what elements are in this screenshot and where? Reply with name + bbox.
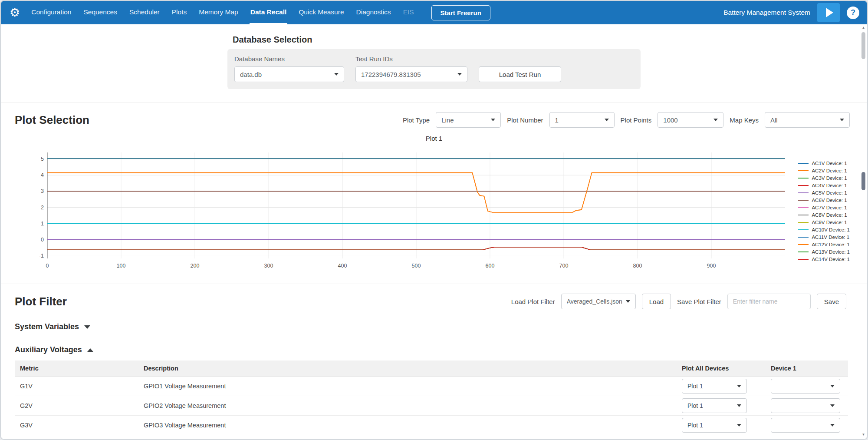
plot-all-cell: Plot 1 — [677, 416, 766, 435]
header-metric: Metric — [15, 361, 138, 377]
load-plot-filter-select[interactable]: Averaged_Cells.json — [561, 294, 636, 309]
legend-item[interactable]: AC5V Device: 1 — [798, 189, 850, 196]
plot-all-devices-select[interactable]: Plot 1 — [682, 418, 747, 433]
load-filter-button[interactable]: Load — [642, 294, 671, 309]
plot-number-select[interactable]: 1 — [549, 112, 615, 128]
legend-item[interactable]: AC8V Device: 1 — [798, 211, 850, 218]
filter-name-input[interactable] — [727, 294, 811, 309]
legend-item[interactable]: AC3V Device: 1 — [798, 174, 850, 182]
legend-swatch-icon — [798, 222, 809, 223]
scroll-up-icon[interactable]: ▲ — [861, 25, 866, 30]
plot-all-devices-select[interactable]: Plot 1 — [682, 379, 747, 394]
chevron-down-icon — [830, 424, 835, 427]
select-value: 1722394679.831305 — [361, 71, 421, 78]
nav-item-sequences[interactable]: Sequences — [82, 1, 118, 24]
top-bar: ⚙ Configuration Sequences Scheduler Plot… — [1, 1, 867, 24]
plot-selection-header: Plot Selection Plot Type Line Plot Numbe… — [1, 103, 867, 128]
help-icon[interactable]: ? — [847, 7, 859, 19]
plot-all-devices-select[interactable]: Plot 1 — [682, 398, 747, 413]
legend-item[interactable]: AC2V Device: 1 — [798, 167, 850, 174]
chevron-down-icon — [737, 404, 741, 407]
legend-swatch-icon — [798, 207, 809, 208]
legend-item[interactable]: AC13V Device: 1 — [798, 248, 850, 255]
system-variables-toggle[interactable]: System Variables — [1, 322, 867, 331]
header-device-1: Device 1 — [766, 361, 848, 377]
chevron-up-icon — [87, 348, 93, 352]
nav-item-quick-measure[interactable]: Quick Measure — [298, 1, 345, 24]
legend-item[interactable]: AC10V Device: 1 — [798, 226, 850, 233]
svg-text:400: 400 — [338, 263, 347, 269]
plot-1-panel: Plot 1 -10123450100200300400500600700800… — [15, 135, 853, 272]
map-keys-select[interactable]: All — [765, 112, 850, 128]
legend-swatch-icon — [798, 237, 809, 238]
database-names-select[interactable]: data.db — [234, 66, 344, 82]
legend-label: AC9V Device: 1 — [812, 220, 847, 225]
metric-cell: G1V — [15, 377, 138, 396]
legend-item[interactable]: AC7V Device: 1 — [798, 204, 850, 211]
map-keys-label: Map Keys — [730, 116, 759, 124]
chevron-down-icon — [605, 119, 609, 121]
gear-icon[interactable]: ⚙ — [10, 7, 20, 19]
plot-points-select[interactable]: 1000 — [658, 112, 723, 128]
save-filter-button[interactable]: Save — [817, 294, 846, 309]
load-test-run-button[interactable]: Load Test Run — [479, 66, 561, 82]
load-plot-filter-label: Load Plot Filter — [511, 298, 555, 305]
start-freerun-button[interactable]: Start Freerun — [431, 5, 490, 20]
legend-label: AC2V Device: 1 — [812, 168, 847, 173]
legend-item[interactable]: AC9V Device: 1 — [798, 218, 850, 226]
plot-selection-controls: Plot Type Line Plot Number 1 Plot Points… — [403, 112, 850, 128]
select-value: Plot 1 — [687, 422, 703, 429]
chart-title: Plot 1 — [15, 135, 853, 142]
nav-item-diagnostics[interactable]: Diagnostics — [355, 1, 392, 24]
page-scrollbar[interactable]: ▲ ▼ — [861, 25, 866, 437]
database-names-field: Database Names data.db — [234, 55, 344, 82]
legend-label: AC10V Device: 1 — [812, 227, 850, 232]
svg-text:4: 4 — [41, 172, 44, 178]
nav-item-configuration[interactable]: Configuration — [30, 1, 72, 24]
svg-text:0: 0 — [41, 237, 44, 243]
plot-number-label: Plot Number — [507, 116, 543, 124]
legend-label: AC7V Device: 1 — [812, 205, 847, 210]
legend-swatch-icon — [798, 244, 809, 245]
svg-text:300: 300 — [264, 263, 273, 269]
legend-item[interactable]: AC6V Device: 1 — [798, 196, 850, 204]
legend-item[interactable]: AC14V Device: 1 — [798, 255, 850, 263]
table-row: G3V GPIO3 Voltage Measurement Plot 1 — [15, 416, 848, 435]
device1-select[interactable] — [771, 398, 840, 413]
chevron-down-icon — [737, 424, 741, 427]
legend-label: AC6V Device: 1 — [812, 198, 847, 203]
play-button[interactable] — [817, 3, 840, 22]
nav-item-memory-map[interactable]: Memory Map — [198, 1, 239, 24]
scrollbar-marker[interactable] — [861, 172, 865, 190]
legend-item[interactable]: AC4V Device: 1 — [798, 182, 850, 189]
nav-item-plots[interactable]: Plots — [171, 1, 187, 24]
test-run-ids-field: Test Run IDs 1722394679.831305 — [355, 55, 467, 82]
select-value: data.db — [240, 71, 262, 78]
scroll-down-icon[interactable]: ▼ — [861, 432, 866, 437]
system-variables-title: System Variables — [15, 322, 79, 331]
auxiliary-voltages-toggle[interactable]: Auxiliary Voltages — [1, 345, 867, 354]
legend-label: AC13V Device: 1 — [812, 249, 850, 255]
device1-select[interactable] — [771, 379, 840, 394]
legend-swatch-icon — [798, 163, 809, 164]
svg-text:900: 900 — [707, 263, 716, 269]
plot-all-cell: Plot 1 — [677, 396, 766, 416]
svg-text:200: 200 — [191, 263, 200, 269]
svg-text:600: 600 — [486, 263, 495, 269]
device1-select[interactable] — [771, 418, 840, 433]
save-plot-filter-label: Save Plot Filter — [677, 298, 721, 305]
database-names-label: Database Names — [234, 55, 344, 63]
test-run-ids-select[interactable]: 1722394679.831305 — [355, 66, 467, 82]
nav-item-data-recall[interactable]: Data Recall — [250, 1, 288, 24]
legend-swatch-icon — [798, 178, 809, 179]
plot-type-select[interactable]: Line — [436, 112, 501, 128]
legend-item[interactable]: AC1V Device: 1 — [798, 159, 850, 167]
header-description: Description — [138, 361, 677, 377]
chevron-down-icon — [737, 385, 741, 387]
legend-item[interactable]: AC12V Device: 1 — [798, 241, 850, 248]
nav-item-scheduler[interactable]: Scheduler — [128, 1, 161, 24]
table-row: G2V GPIO2 Voltage Measurement Plot 1 — [15, 396, 848, 416]
description-cell: GPIO2 Voltage Measurement — [138, 396, 677, 416]
legend-item[interactable]: AC11V Device: 1 — [798, 233, 850, 241]
scrollbar-thumb[interactable] — [861, 32, 865, 59]
